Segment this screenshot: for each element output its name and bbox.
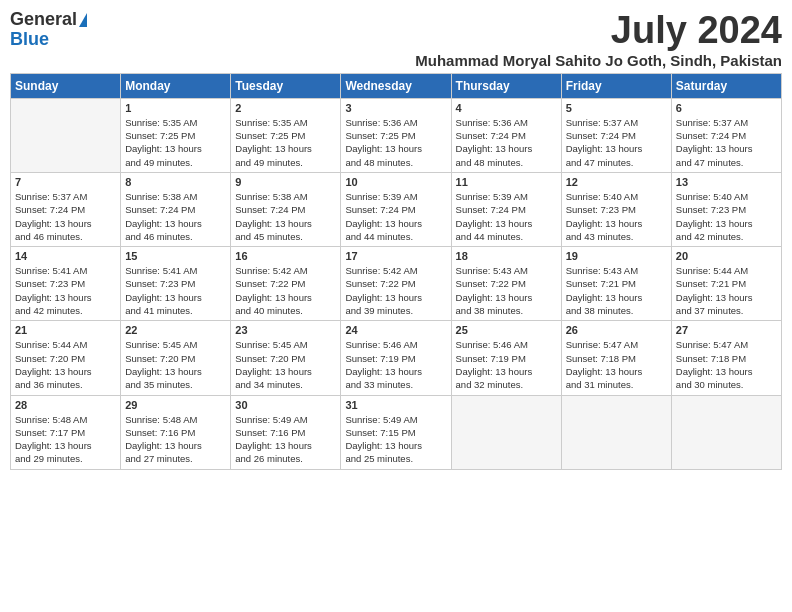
day-info: Sunrise: 5:35 AM Sunset: 7:25 PM Dayligh… [235, 116, 336, 169]
day-header-sunday: Sunday [11, 73, 121, 98]
day-number: 31 [345, 399, 446, 411]
calendar-cell: 23Sunrise: 5:45 AM Sunset: 7:20 PM Dayli… [231, 321, 341, 395]
day-number: 9 [235, 176, 336, 188]
subtitle: Muhammad Moryal Sahito Jo Goth, Sindh, P… [415, 52, 782, 69]
day-info: Sunrise: 5:44 AM Sunset: 7:20 PM Dayligh… [15, 338, 116, 391]
day-number: 14 [15, 250, 116, 262]
calendar-cell: 13Sunrise: 5:40 AM Sunset: 7:23 PM Dayli… [671, 172, 781, 246]
calendar-cell: 9Sunrise: 5:38 AM Sunset: 7:24 PM Daylig… [231, 172, 341, 246]
day-number: 30 [235, 399, 336, 411]
calendar-cell: 4Sunrise: 5:36 AM Sunset: 7:24 PM Daylig… [451, 98, 561, 172]
day-info: Sunrise: 5:47 AM Sunset: 7:18 PM Dayligh… [676, 338, 777, 391]
calendar-cell: 12Sunrise: 5:40 AM Sunset: 7:23 PM Dayli… [561, 172, 671, 246]
day-number: 29 [125, 399, 226, 411]
calendar-cell: 19Sunrise: 5:43 AM Sunset: 7:21 PM Dayli… [561, 247, 671, 321]
day-header-saturday: Saturday [671, 73, 781, 98]
calendar-week-row: 21Sunrise: 5:44 AM Sunset: 7:20 PM Dayli… [11, 321, 782, 395]
day-info: Sunrise: 5:48 AM Sunset: 7:17 PM Dayligh… [15, 413, 116, 466]
calendar-cell: 20Sunrise: 5:44 AM Sunset: 7:21 PM Dayli… [671, 247, 781, 321]
day-info: Sunrise: 5:39 AM Sunset: 7:24 PM Dayligh… [345, 190, 446, 243]
day-number: 27 [676, 324, 777, 336]
logo: General Blue [10, 10, 87, 50]
day-number: 4 [456, 102, 557, 114]
logo-general: General [10, 10, 77, 30]
calendar-cell: 30Sunrise: 5:49 AM Sunset: 7:16 PM Dayli… [231, 395, 341, 469]
calendar-cell: 1Sunrise: 5:35 AM Sunset: 7:25 PM Daylig… [121, 98, 231, 172]
day-info: Sunrise: 5:43 AM Sunset: 7:22 PM Dayligh… [456, 264, 557, 317]
day-info: Sunrise: 5:40 AM Sunset: 7:23 PM Dayligh… [566, 190, 667, 243]
logo-blue: Blue [10, 30, 49, 50]
day-info: Sunrise: 5:37 AM Sunset: 7:24 PM Dayligh… [676, 116, 777, 169]
calendar-cell: 25Sunrise: 5:46 AM Sunset: 7:19 PM Dayli… [451, 321, 561, 395]
day-number: 28 [15, 399, 116, 411]
day-number: 21 [15, 324, 116, 336]
day-info: Sunrise: 5:38 AM Sunset: 7:24 PM Dayligh… [125, 190, 226, 243]
calendar-cell: 21Sunrise: 5:44 AM Sunset: 7:20 PM Dayli… [11, 321, 121, 395]
day-number: 26 [566, 324, 667, 336]
day-number: 16 [235, 250, 336, 262]
calendar-cell [671, 395, 781, 469]
day-info: Sunrise: 5:43 AM Sunset: 7:21 PM Dayligh… [566, 264, 667, 317]
day-number: 11 [456, 176, 557, 188]
day-header-friday: Friday [561, 73, 671, 98]
day-info: Sunrise: 5:49 AM Sunset: 7:16 PM Dayligh… [235, 413, 336, 466]
day-info: Sunrise: 5:44 AM Sunset: 7:21 PM Dayligh… [676, 264, 777, 317]
day-number: 25 [456, 324, 557, 336]
calendar-cell [11, 98, 121, 172]
calendar-cell: 16Sunrise: 5:42 AM Sunset: 7:22 PM Dayli… [231, 247, 341, 321]
calendar-cell: 10Sunrise: 5:39 AM Sunset: 7:24 PM Dayli… [341, 172, 451, 246]
calendar-cell: 22Sunrise: 5:45 AM Sunset: 7:20 PM Dayli… [121, 321, 231, 395]
calendar-cell: 31Sunrise: 5:49 AM Sunset: 7:15 PM Dayli… [341, 395, 451, 469]
logo-triangle-icon [79, 13, 87, 27]
calendar-cell: 5Sunrise: 5:37 AM Sunset: 7:24 PM Daylig… [561, 98, 671, 172]
calendar-week-row: 1Sunrise: 5:35 AM Sunset: 7:25 PM Daylig… [11, 98, 782, 172]
day-number: 22 [125, 324, 226, 336]
calendar-week-row: 14Sunrise: 5:41 AM Sunset: 7:23 PM Dayli… [11, 247, 782, 321]
calendar-cell [451, 395, 561, 469]
day-info: Sunrise: 5:39 AM Sunset: 7:24 PM Dayligh… [456, 190, 557, 243]
calendar-cell: 3Sunrise: 5:36 AM Sunset: 7:25 PM Daylig… [341, 98, 451, 172]
day-number: 19 [566, 250, 667, 262]
day-header-thursday: Thursday [451, 73, 561, 98]
day-number: 3 [345, 102, 446, 114]
day-number: 7 [15, 176, 116, 188]
calendar-cell: 18Sunrise: 5:43 AM Sunset: 7:22 PM Dayli… [451, 247, 561, 321]
day-info: Sunrise: 5:37 AM Sunset: 7:24 PM Dayligh… [15, 190, 116, 243]
day-info: Sunrise: 5:42 AM Sunset: 7:22 PM Dayligh… [235, 264, 336, 317]
calendar-cell: 7Sunrise: 5:37 AM Sunset: 7:24 PM Daylig… [11, 172, 121, 246]
day-info: Sunrise: 5:45 AM Sunset: 7:20 PM Dayligh… [125, 338, 226, 391]
day-number: 2 [235, 102, 336, 114]
title-block: July 2024 Muhammad Moryal Sahito Jo Goth… [415, 10, 782, 69]
day-number: 1 [125, 102, 226, 114]
calendar-cell: 8Sunrise: 5:38 AM Sunset: 7:24 PM Daylig… [121, 172, 231, 246]
day-info: Sunrise: 5:40 AM Sunset: 7:23 PM Dayligh… [676, 190, 777, 243]
calendar-cell [561, 395, 671, 469]
day-number: 23 [235, 324, 336, 336]
calendar-cell: 6Sunrise: 5:37 AM Sunset: 7:24 PM Daylig… [671, 98, 781, 172]
calendar-cell: 26Sunrise: 5:47 AM Sunset: 7:18 PM Dayli… [561, 321, 671, 395]
calendar-week-row: 28Sunrise: 5:48 AM Sunset: 7:17 PM Dayli… [11, 395, 782, 469]
day-header-wednesday: Wednesday [341, 73, 451, 98]
calendar-week-row: 7Sunrise: 5:37 AM Sunset: 7:24 PM Daylig… [11, 172, 782, 246]
calendar-cell: 28Sunrise: 5:48 AM Sunset: 7:17 PM Dayli… [11, 395, 121, 469]
day-info: Sunrise: 5:47 AM Sunset: 7:18 PM Dayligh… [566, 338, 667, 391]
calendar-cell: 29Sunrise: 5:48 AM Sunset: 7:16 PM Dayli… [121, 395, 231, 469]
day-info: Sunrise: 5:49 AM Sunset: 7:15 PM Dayligh… [345, 413, 446, 466]
day-number: 17 [345, 250, 446, 262]
day-number: 6 [676, 102, 777, 114]
calendar-cell: 14Sunrise: 5:41 AM Sunset: 7:23 PM Dayli… [11, 247, 121, 321]
calendar-cell: 2Sunrise: 5:35 AM Sunset: 7:25 PM Daylig… [231, 98, 341, 172]
day-number: 10 [345, 176, 446, 188]
day-info: Sunrise: 5:36 AM Sunset: 7:24 PM Dayligh… [456, 116, 557, 169]
day-info: Sunrise: 5:45 AM Sunset: 7:20 PM Dayligh… [235, 338, 336, 391]
day-number: 12 [566, 176, 667, 188]
day-header-monday: Monday [121, 73, 231, 98]
day-number: 20 [676, 250, 777, 262]
day-info: Sunrise: 5:46 AM Sunset: 7:19 PM Dayligh… [456, 338, 557, 391]
day-number: 18 [456, 250, 557, 262]
day-info: Sunrise: 5:41 AM Sunset: 7:23 PM Dayligh… [125, 264, 226, 317]
calendar-header-row: SundayMondayTuesdayWednesdayThursdayFrid… [11, 73, 782, 98]
day-info: Sunrise: 5:48 AM Sunset: 7:16 PM Dayligh… [125, 413, 226, 466]
day-info: Sunrise: 5:37 AM Sunset: 7:24 PM Dayligh… [566, 116, 667, 169]
day-number: 15 [125, 250, 226, 262]
